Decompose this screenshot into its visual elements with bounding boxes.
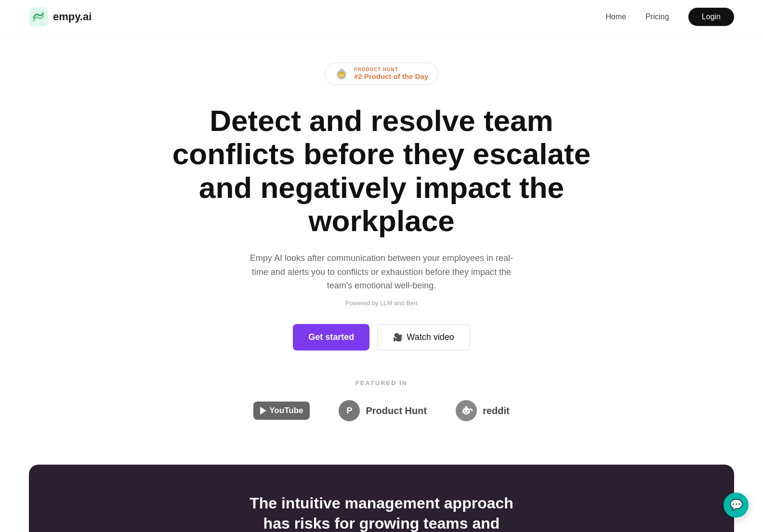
dark-section-heading: The intuitive management approach has ri… xyxy=(237,493,526,532)
ph-text: PRODUCT HUNT #2 Product of the Day xyxy=(354,67,428,80)
product-hunt-badge[interactable]: #2 PRODUCT HUNT #2 Product of the Day xyxy=(325,63,438,85)
hero-heading: Detect and resolve team conflicts before… xyxy=(165,104,598,238)
reddit-alien-icon xyxy=(460,404,473,417)
svg-point-6 xyxy=(467,410,469,412)
cta-buttons: Get started 🎥 Watch video xyxy=(293,324,470,350)
medal-icon: #2 xyxy=(335,67,348,80)
youtube-play-icon xyxy=(260,407,266,415)
logo-text: empy.ai xyxy=(53,11,92,23)
powered-by-text: Powered by LLM and Bert xyxy=(345,299,418,307)
hero-subtext: Empy AI looks after communication betwee… xyxy=(242,251,521,293)
chat-bubble-icon: 💬 xyxy=(730,499,743,511)
chat-button[interactable]: 💬 xyxy=(724,493,749,518)
svg-point-4 xyxy=(462,408,470,415)
nav-pricing[interactable]: Pricing xyxy=(645,13,669,21)
featured-in-section: FEATURED IN YouTube P Product Hunt xyxy=(253,379,509,421)
dark-section: The intuitive management approach has ri… xyxy=(29,465,734,532)
featured-logos: YouTube P Product Hunt xyxy=(253,400,509,421)
ph-label: PRODUCT HUNT xyxy=(354,67,398,72)
youtube-text: YouTube xyxy=(269,406,303,415)
featured-in-label: FEATURED IN xyxy=(355,379,408,387)
watch-video-button[interactable]: 🎥 Watch video xyxy=(377,324,470,350)
producthunt-text: Product Hunt xyxy=(366,405,427,416)
svg-point-7 xyxy=(465,406,468,409)
video-camera-icon: 🎥 xyxy=(393,333,403,342)
reddit-text: reddit xyxy=(483,405,510,416)
nav-home[interactable]: Home xyxy=(605,13,626,21)
hero-section: #2 PRODUCT HUNT #2 Product of the Day De… xyxy=(0,34,763,445)
logo[interactable]: empy.ai xyxy=(29,7,92,26)
logo-icon xyxy=(29,7,48,26)
watch-video-label: Watch video xyxy=(407,332,454,342)
svg-rect-0 xyxy=(29,7,48,26)
ph-title: #2 Product of the Day xyxy=(354,72,428,80)
get-started-button[interactable]: Get started xyxy=(293,324,369,350)
navbar: empy.ai Home Pricing Login xyxy=(0,0,763,34)
youtube-logo: YouTube xyxy=(253,402,310,420)
svg-point-5 xyxy=(464,410,466,412)
producthunt-logo: P Product Hunt xyxy=(339,400,427,421)
svg-text:#2: #2 xyxy=(339,73,343,78)
reddit-logo: reddit xyxy=(456,400,510,421)
login-button[interactable]: Login xyxy=(688,8,734,26)
producthunt-p-icon: P xyxy=(346,406,352,416)
nav-links: Home Pricing Login xyxy=(605,8,734,26)
